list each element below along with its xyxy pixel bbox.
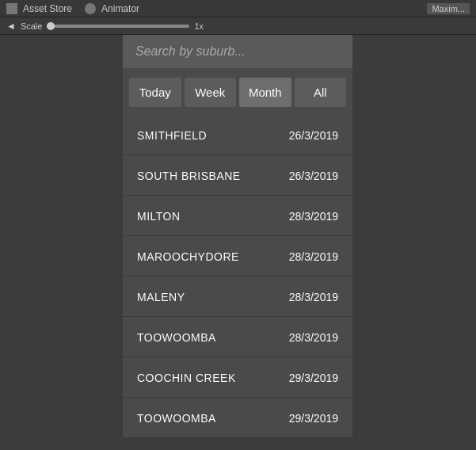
tab-week[interactable]: Week — [185, 78, 237, 107]
scale-label: Scale — [21, 21, 43, 31]
left-arrow-icon[interactable]: ◄ — [6, 21, 16, 32]
date-value: 26/3/2019 — [289, 170, 338, 182]
list-item[interactable]: COOCHIN CREEK 29/3/2019 — [123, 359, 352, 398]
animator-tab[interactable]: Animator — [85, 3, 139, 14]
suburb-name: TOOWOOMBA — [137, 331, 216, 344]
date-value: 26/3/2019 — [289, 129, 338, 142]
date-value: 28/3/2019 — [289, 331, 338, 344]
scale-slider[interactable] — [47, 25, 189, 28]
list-item[interactable]: MALENY 28/3/2019 — [123, 278, 352, 317]
maximize-button[interactable]: Maxim... — [427, 3, 470, 14]
asset-store-tab[interactable]: Asset Store — [6, 3, 72, 14]
search-input[interactable] — [135, 44, 340, 59]
list-item[interactable]: MILTON 28/3/2019 — [123, 197, 352, 236]
list-item[interactable]: TOOWOOMBA 29/3/2019 — [123, 399, 352, 438]
suburb-name: MAROOCHYDORE — [137, 250, 239, 263]
tab-month[interactable]: Month — [239, 78, 291, 107]
search-container — [123, 35, 352, 68]
tab-today[interactable]: Today — [129, 78, 181, 107]
grid-icon — [6, 3, 17, 14]
date-value: 28/3/2019 — [289, 210, 338, 223]
date-value: 29/3/2019 — [289, 412, 338, 425]
suburb-name: SMITHFIELD — [137, 129, 207, 142]
suburb-name: MALENY — [137, 291, 185, 303]
filter-tabs: Today Week Month All — [123, 71, 352, 113]
suburb-name: TOOWOOMBA — [137, 412, 216, 425]
date-value: 28/3/2019 — [289, 291, 338, 303]
tab-all[interactable]: All — [295, 78, 347, 107]
main-panel: Today Week Month All SMITHFIELD 26/3/201… — [123, 35, 352, 438]
asset-store-label: Asset Store — [23, 3, 72, 14]
list-item[interactable]: SMITHFIELD 26/3/2019 — [123, 116, 352, 155]
date-value: 29/3/2019 — [289, 372, 338, 384]
animator-label: Animator — [101, 3, 139, 14]
scale-value: 1x — [194, 21, 204, 31]
suburb-name: COOCHIN CREEK — [137, 372, 236, 384]
scale-thumb[interactable] — [47, 22, 55, 30]
list-item[interactable]: SOUTH BRISBANE 26/3/2019 — [123, 157, 352, 196]
suburb-name: MILTON — [137, 210, 181, 223]
suburb-list: SMITHFIELD 26/3/2019 SOUTH BRISBANE 26/3… — [123, 116, 352, 438]
scale-bar: ◄ Scale 1x — [0, 17, 476, 35]
list-item[interactable]: TOOWOOMBA 28/3/2019 — [123, 318, 352, 357]
suburb-name: SOUTH BRISBANE — [137, 170, 241, 182]
person-icon — [85, 3, 96, 14]
list-item[interactable]: MAROOCHYDORE 28/3/2019 — [123, 238, 352, 276]
date-value: 28/3/2019 — [289, 250, 338, 263]
toolbar: Asset Store Animator Maxim... — [0, 0, 476, 17]
